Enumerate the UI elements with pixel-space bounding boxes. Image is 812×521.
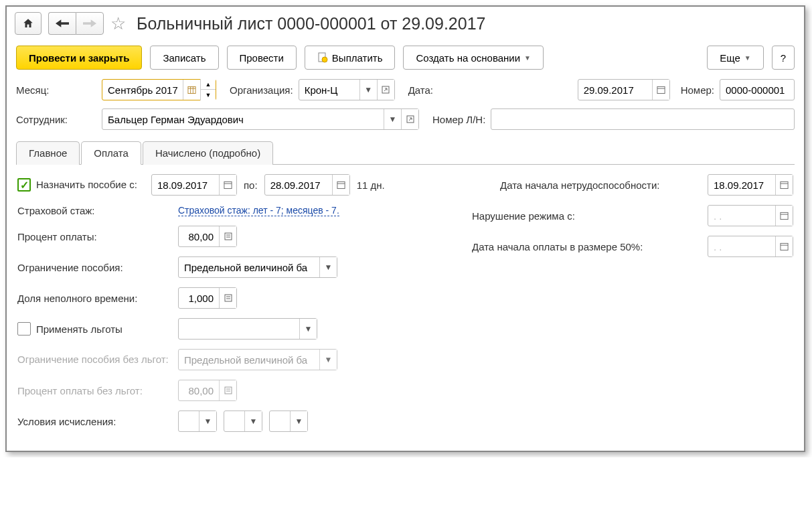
date-to-group[interactable]: [264, 174, 350, 196]
month-input-group[interactable]: ▲ ▼: [102, 79, 216, 100]
svg-rect-27: [781, 243, 788, 250]
limit-input-group[interactable]: ▼: [178, 256, 337, 278]
date-from-group[interactable]: [151, 174, 237, 196]
percent-input[interactable]: [179, 226, 219, 246]
condition3-dropdown[interactable]: ▼: [290, 411, 307, 431]
pay-button[interactable]: Выплатить: [305, 46, 396, 70]
violation-date-input[interactable]: [708, 206, 775, 226]
tab-main[interactable]: Главное: [16, 141, 80, 165]
write-button[interactable]: Записать: [150, 46, 218, 70]
apply-benefits-checkbox[interactable]: [17, 322, 31, 336]
condition1-input[interactable]: [179, 411, 199, 431]
month-input[interactable]: [102, 80, 183, 100]
half-pay-date-group[interactable]: [708, 236, 793, 257]
percent-calc-button[interactable]: [219, 226, 236, 246]
days-label: 11 дн.: [357, 179, 385, 191]
to-label: по:: [244, 179, 258, 191]
help-button[interactable]: ?: [772, 46, 795, 70]
date-from-picker[interactable]: [219, 175, 236, 195]
dropdown-icon: ▼: [744, 54, 751, 62]
part-time-input-group[interactable]: [178, 287, 237, 309]
number-input-group[interactable]: [720, 79, 795, 100]
date-to-input[interactable]: [265, 175, 332, 195]
limit-no-benefits-dropdown: ▼: [319, 350, 337, 370]
org-open-button[interactable]: [377, 80, 394, 100]
half-pay-date-picker[interactable]: [775, 236, 793, 256]
page-title: Больничный лист 0000-000001 от 29.09.201…: [137, 14, 485, 33]
post-and-close-button[interactable]: Провести и закрыть: [16, 46, 142, 70]
org-label: Организация:: [230, 84, 293, 96]
conditions-label: Условия исчисления:: [17, 416, 171, 427]
date-from-input[interactable]: [152, 175, 219, 195]
violation-label: Нарушение режима с:: [472, 210, 701, 222]
limit-input[interactable]: [179, 257, 319, 277]
date-input-group[interactable]: [578, 79, 670, 100]
start-disability-group[interactable]: [708, 174, 793, 196]
number-input[interactable]: [720, 80, 794, 100]
date-input[interactable]: [578, 80, 652, 100]
month-down-button[interactable]: ▼: [201, 90, 216, 100]
org-input[interactable]: [299, 80, 359, 100]
ln-number-label: Номер Л/Н:: [432, 114, 485, 125]
benefits-select[interactable]: [179, 319, 299, 339]
svg-rect-16: [225, 233, 232, 240]
employee-input-group[interactable]: ▼: [102, 108, 419, 130]
part-time-input[interactable]: [179, 288, 219, 308]
percent-no-benefits-input: [179, 380, 219, 400]
home-button[interactable]: [15, 12, 42, 35]
favorite-star-icon[interactable]: ☆: [110, 13, 126, 34]
create-based-button[interactable]: Создать на основании ▼: [403, 46, 544, 70]
month-label: Месяц:: [16, 84, 96, 96]
date-to-picker[interactable]: [332, 175, 349, 195]
benefits-select-group[interactable]: ▼: [178, 318, 317, 340]
date-picker-button[interactable]: [652, 80, 669, 100]
assign-benefit-label: Назначить пособие с:: [36, 178, 137, 192]
calendar-icon: [780, 242, 789, 251]
back-button[interactable]: [48, 12, 76, 35]
month-up-button[interactable]: ▲: [201, 79, 216, 90]
limit-no-benefits-input: [179, 350, 319, 370]
limit-dropdown-button[interactable]: ▼: [319, 257, 337, 277]
half-pay-date-input[interactable]: [708, 236, 775, 256]
svg-rect-19: [225, 295, 232, 301]
insurance-label: Страховой стаж:: [17, 205, 171, 216]
svg-rect-25: [781, 212, 788, 219]
benefits-dropdown-button[interactable]: ▼: [299, 319, 317, 339]
post-button[interactable]: Провести: [227, 46, 297, 70]
condition2-group[interactable]: ▼: [224, 411, 262, 432]
percent-input-group[interactable]: [178, 226, 237, 247]
assign-benefit-checkbox[interactable]: ✓: [17, 178, 31, 192]
calendar-icon: [780, 211, 789, 220]
month-picker-icon[interactable]: [183, 80, 200, 100]
employee-dropdown-button[interactable]: ▼: [384, 109, 401, 129]
calculator-icon: [224, 294, 232, 302]
employee-input[interactable]: [102, 109, 384, 129]
start-disability-input[interactable]: [708, 175, 775, 195]
more-button[interactable]: Еще ▼: [707, 46, 763, 70]
condition1-group[interactable]: ▼: [178, 411, 217, 432]
arrow-left-icon: [56, 19, 69, 28]
open-icon: [382, 86, 390, 94]
tab-detailed[interactable]: Начислено (подробно): [143, 141, 273, 165]
insurance-link[interactable]: Страховой стаж: лет - 7; месяцев - 7.: [178, 205, 339, 216]
condition2-dropdown[interactable]: ▼: [244, 411, 262, 431]
part-time-label: Доля неполного времени:: [17, 293, 171, 304]
part-time-calc-button[interactable]: [219, 288, 236, 308]
start-disability-picker[interactable]: [775, 175, 793, 195]
calendar-icon: [224, 180, 232, 190]
employee-open-button[interactable]: [401, 109, 418, 129]
org-dropdown-button[interactable]: ▼: [359, 80, 377, 100]
condition3-input[interactable]: [270, 411, 290, 431]
violation-date-group[interactable]: [708, 205, 793, 226]
svg-rect-14: [781, 181, 788, 188]
condition1-dropdown[interactable]: ▼: [199, 411, 216, 431]
document-icon: [317, 52, 328, 63]
ln-number-input-group[interactable]: [491, 108, 795, 130]
ln-number-input[interactable]: [491, 109, 794, 129]
tab-payment[interactable]: Оплата: [81, 141, 141, 165]
condition3-group[interactable]: ▼: [269, 411, 308, 432]
org-input-group[interactable]: ▼: [299, 79, 395, 100]
open-icon: [406, 115, 414, 123]
violation-date-picker[interactable]: [775, 206, 793, 226]
condition2-input[interactable]: [224, 411, 244, 431]
